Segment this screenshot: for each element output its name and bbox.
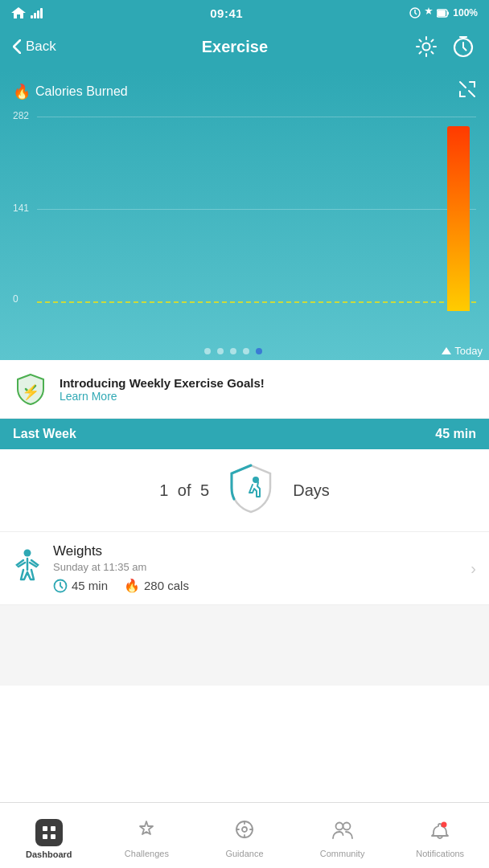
notifications-icon — [429, 819, 450, 845]
exercise-time: Sunday at 11:35 am — [53, 561, 459, 573]
back-button[interactable]: Back — [13, 39, 56, 55]
dot-3[interactable] — [230, 348, 236, 354]
today-label: Today — [442, 345, 483, 357]
guidance-icon — [234, 819, 255, 845]
calories-flame-icon: 🔥 — [124, 578, 140, 593]
battery-label: 100% — [453, 7, 478, 18]
grid-label-0: 0 — [13, 293, 18, 305]
nav-item-notifications[interactable]: Notifications — [391, 803, 489, 868]
page-title: Exercise — [202, 38, 268, 56]
dashboard-icon — [35, 819, 63, 846]
challenges-icon — [136, 819, 157, 845]
timer-button[interactable] — [450, 34, 476, 59]
svg-point-19 — [242, 827, 247, 832]
last-week-value: 45 min — [435, 427, 476, 441]
grid-label-282: 282 — [13, 110, 29, 121]
days-label: Days — [293, 481, 330, 500]
learn-more-link[interactable]: Learn More — [60, 390, 476, 403]
today-text: Today — [454, 345, 483, 357]
svg-rect-14 — [43, 826, 47, 831]
calories-stat: 🔥 280 cals — [124, 578, 189, 593]
chart-title-text: Calories Burned — [35, 84, 128, 99]
svg-rect-2 — [37, 10, 39, 18]
svg-point-12 — [24, 550, 31, 557]
days-current: 1 of 5 — [159, 481, 209, 500]
status-time: 09:41 — [210, 6, 243, 20]
svg-rect-0 — [31, 15, 33, 18]
svg-rect-3 — [40, 8, 43, 18]
status-right: 100% — [409, 7, 478, 18]
duration-value: 45 min — [72, 579, 108, 592]
svg-rect-16 — [43, 834, 47, 839]
today-bar — [447, 126, 470, 311]
community-icon — [331, 819, 354, 845]
calories-value: 280 cals — [144, 579, 189, 592]
chart-title: 🔥 Calories Burned — [13, 83, 128, 100]
weekly-banner-title: Introducing Weekly Exercise Goals! — [60, 376, 476, 390]
svg-point-8 — [423, 43, 430, 51]
svg-point-22 — [442, 822, 447, 828]
nav-item-dashboard[interactable]: Dashboard — [0, 803, 98, 868]
community-label: Community — [320, 849, 365, 858]
days-progress: 1 of 5 Days — [0, 449, 489, 532]
svg-rect-17 — [51, 834, 55, 839]
chart-bottom: Today — [0, 342, 489, 360]
svg-rect-1 — [34, 13, 36, 18]
today-triangle — [442, 347, 451, 354]
svg-rect-6 — [438, 10, 446, 16]
bottom-nav: Dashboard Challenges Guidance — [0, 802, 489, 868]
runner-shield-icon — [225, 462, 277, 518]
header-icons — [413, 34, 476, 59]
exercise-figure-icon — [13, 549, 42, 588]
nav-item-community[interactable]: Community — [294, 803, 392, 868]
expand-button[interactable] — [458, 80, 476, 102]
back-label: Back — [26, 39, 56, 55]
dot-5-active[interactable] — [256, 348, 262, 354]
weekly-banner: ⚡ Introducing Weekly Exercise Goals! Lea… — [0, 360, 489, 419]
duration-stat: 45 min — [53, 579, 108, 593]
flame-icon: 🔥 — [13, 83, 31, 100]
settings-button[interactable] — [413, 34, 439, 59]
svg-rect-15 — [51, 826, 55, 831]
last-week-label: Last Week — [13, 427, 76, 441]
weekly-goals-shield-icon: ⚡ — [13, 371, 48, 407]
chart-section: 🔥 Calories Burned 282 141 0 — [0, 71, 489, 360]
last-week-header: Last Week 45 min — [0, 419, 489, 449]
svg-point-20 — [335, 823, 343, 830]
chart-bar-area — [37, 110, 476, 311]
chart-header: 🔥 Calories Burned — [13, 80, 476, 102]
grid-label-141: 141 — [13, 203, 29, 214]
chart-dots — [24, 348, 442, 354]
guidance-label: Guidance — [225, 849, 263, 858]
status-left — [11, 7, 43, 18]
notifications-label: Notifications — [416, 849, 464, 858]
dashboard-label: Dashboard — [26, 850, 72, 859]
dot-2[interactable] — [217, 348, 224, 354]
dot-1[interactable] — [204, 348, 211, 354]
challenges-label: Challenges — [125, 849, 169, 858]
chevron-right-icon: › — [471, 559, 476, 578]
nav-item-challenges[interactable]: Challenges — [98, 803, 196, 868]
nav-item-guidance[interactable]: Guidance — [195, 803, 294, 868]
exercise-name: Weights — [53, 543, 459, 559]
exercise-stats: 45 min 🔥 280 cals — [53, 578, 459, 593]
chart-inner: 282 141 0 — [13, 110, 476, 335]
status-bar: 09:41 100% — [0, 0, 489, 26]
empty-content-area — [0, 605, 489, 686]
svg-point-21 — [343, 823, 350, 830]
exercise-info: Weights Sunday at 11:35 am 45 min 🔥 280 … — [53, 543, 459, 593]
dot-4[interactable] — [243, 348, 249, 354]
svg-rect-7 — [447, 12, 449, 15]
weekly-banner-text: Introducing Weekly Exercise Goals! Learn… — [60, 376, 476, 403]
svg-text:⚡: ⚡ — [22, 383, 40, 401]
header: Back Exercise — [0, 26, 489, 71]
exercise-item[interactable]: Weights Sunday at 11:35 am 45 min 🔥 280 … — [0, 532, 489, 605]
